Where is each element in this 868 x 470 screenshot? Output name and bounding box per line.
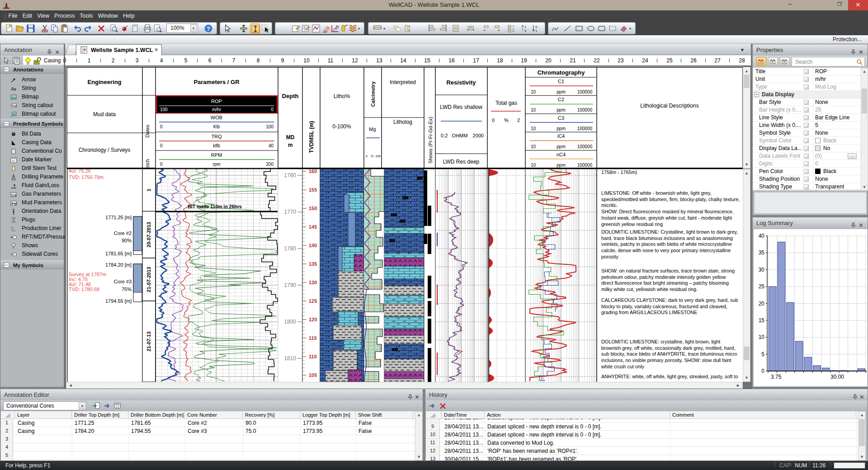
svg-text:Calcimetry: Calcimetry <box>370 81 376 107</box>
svg-text:2: 2 <box>517 118 520 123</box>
svg-text:RPM: RPM <box>211 152 222 158</box>
svg-text:N: N <box>336 24 339 29</box>
svg-text:C1: C1 <box>558 79 564 84</box>
svg-text:75%: 75% <box>122 287 132 292</box>
svg-text:porosity: porosity <box>601 254 618 259</box>
svg-text:DOLOMITIC LIMESTONE: Crystalli: DOLOMITIC LIMESTONE: Crystalline, light … <box>601 229 738 235</box>
svg-text:rpm: rpm <box>212 162 220 167</box>
svg-text:21-07-2013: 21-07-2013 <box>146 267 151 292</box>
svg-text:0: 0 <box>160 143 163 148</box>
svg-text:ppm: ppm <box>557 108 565 113</box>
svg-text:100000: 100000 <box>577 144 593 149</box>
svg-text:0: 0 <box>761 368 764 374</box>
svg-text:145: 145 <box>309 224 317 230</box>
svg-text:100: 100 <box>375 155 381 158</box>
svg-text:Aa: Aa <box>10 86 16 91</box>
svg-text:%: % <box>504 118 509 123</box>
svg-text:1810: 1810 <box>284 355 296 362</box>
svg-text:C2: C2 <box>558 97 564 102</box>
svg-text:25: 25 <box>759 283 765 290</box>
svg-text:blocky to platy, variably calc: blocky to platy, variably calcareous, fr… <box>601 304 727 309</box>
svg-text:Total gas: Total gas <box>495 100 517 106</box>
svg-text:1794.55 [m]: 1794.55 [m] <box>105 298 132 304</box>
svg-text:direct fluorescence fast brigh: direct fluorescence fast bright streamin… <box>601 280 729 286</box>
svg-text:1: 1 <box>535 29 538 33</box>
svg-text:TVDMSL (m): TVDMSL (m) <box>308 121 315 153</box>
svg-text:CALCAREOUS CLAYSTONE: dark to: CALCAREOUS CLAYSTONE: dark to very dark … <box>601 297 738 303</box>
svg-text:ROP: ROP <box>211 99 222 104</box>
svg-text:%: % <box>371 155 373 158</box>
svg-text:DOLOMITIC LIMESTONE: crystalli: DOLOMITIC LIMESTONE: crystalline, light … <box>601 339 720 344</box>
svg-text:OHMM: OHMM <box>452 133 468 138</box>
svg-text:0: 0 <box>366 155 368 158</box>
svg-text:hard, trace black bituminous i: hard, trace black bituminous inclusions … <box>601 235 733 241</box>
svg-text:LIMESTONE: Off white - brownis: LIMESTONE: Off white - brownish white, l… <box>601 190 712 196</box>
svg-text:110: 110 <box>309 354 317 359</box>
svg-text:kflb: kflb <box>213 143 220 148</box>
svg-text:105: 105 <box>309 372 317 378</box>
svg-text:brownish grey, off white, occa: brownish grey, off white, occasionally d… <box>601 345 735 351</box>
svg-text:veinlets, patchy in places wit: veinlets, patchy in places with blebs of… <box>601 241 732 247</box>
svg-text:10: 10 <box>759 334 765 340</box>
svg-text:TVD: 1780.68: TVD: 1780.68 <box>69 287 99 292</box>
svg-text:m/hr: m/hr <box>212 107 222 112</box>
svg-text:Parameters / GR: Parameters / GR <box>193 79 240 85</box>
svg-text:90%: 90% <box>122 238 132 243</box>
svg-text:100000: 100000 <box>577 126 593 131</box>
svg-text:2000: 2000 <box>473 133 484 138</box>
svg-text:Interpreted: Interpreted <box>390 79 416 85</box>
svg-text:21-07-13: 21-07-13 <box>146 331 151 351</box>
svg-text:1771.25 [m]: 1771.25 [m] <box>105 215 132 220</box>
svg-text:petroleum odour, patchy modera: petroleum odour, patchy moderate intensi… <box>601 274 726 280</box>
svg-text:Engineering: Engineering <box>87 79 121 85</box>
svg-text:1: 1 <box>146 188 151 191</box>
svg-text:1760: 1760 <box>284 172 296 179</box>
svg-text:12: 12 <box>12 160 15 162</box>
svg-text:0: 0 <box>160 162 163 167</box>
svg-text:speckled/mottled with bitumen,: speckled/mottled with bitumen, firm, blo… <box>601 197 740 202</box>
svg-text:/: / <box>10 104 12 108</box>
svg-text:calcite, dense with none to ve: calcite, dense with none to very poor pr… <box>601 248 731 253</box>
svg-text:micritic.: micritic. <box>601 202 618 208</box>
svg-text:10: 10 <box>531 89 536 94</box>
svg-text:3.75: 3.75 <box>771 374 782 380</box>
svg-text:100000: 100000 <box>577 163 593 168</box>
svg-text:1790: 1790 <box>284 282 296 288</box>
svg-text:0: 0 <box>492 118 495 123</box>
svg-text:sub blocky, trace blebs of ANH: sub blocky, trace blebs of ANHYDRITE, tr… <box>601 351 737 357</box>
svg-text:1784.20 [m]: 1784.20 [m] <box>105 262 132 268</box>
svg-text:0: 0 <box>160 124 163 129</box>
svg-text:milky white cut, yellowish whi: milky white cut, yellowish white residua… <box>601 287 698 292</box>
svg-text:TVD: 1750.79m: TVD: 1750.79m <box>69 174 104 180</box>
svg-text:0.2: 0.2 <box>441 133 448 138</box>
svg-text:10: 10 <box>531 108 536 113</box>
svg-text:inclusions, no visible primary: inclusions, no visible primary porosity.… <box>601 357 731 363</box>
svg-text:Litholog: Litholog <box>393 119 412 125</box>
svg-text:15: 15 <box>759 317 765 324</box>
svg-text:20-07-2013: 20-07-2013 <box>146 222 151 247</box>
svg-text:10: 10 <box>531 163 536 168</box>
svg-text:1770: 1770 <box>284 209 296 215</box>
svg-text:30: 30 <box>759 267 765 273</box>
svg-text:ppm: ppm <box>557 126 565 131</box>
svg-text:9: 9 <box>524 29 527 33</box>
svg-text:Chromatography: Chromatography <box>538 69 585 76</box>
svg-text:100: 100 <box>160 107 168 112</box>
svg-text:Mg: Mg <box>369 127 376 132</box>
svg-text:130: 130 <box>309 280 317 285</box>
svg-text:BIT made 110m in 26hrs: BIT made 110m in 26hrs <box>188 204 242 209</box>
svg-text:150: 150 <box>309 206 317 211</box>
svg-text:40: 40 <box>269 143 274 148</box>
svg-text:125: 125 <box>309 298 317 304</box>
svg-text:Klb: Klb <box>213 124 220 129</box>
svg-text:m: m <box>288 142 293 148</box>
svg-text:Chronology / Surveys: Chronology / Surveys <box>79 147 131 153</box>
svg-text:Pm: Pm <box>12 201 17 205</box>
svg-text:SHOW: on natural fracture surf: SHOW: on natural fracture surfaces, trac… <box>601 268 735 273</box>
svg-text:Depth: Depth <box>282 93 299 99</box>
svg-text:0: 0 <box>271 107 274 112</box>
svg-text:1780: 1780 <box>284 245 296 252</box>
svg-text:C3: C3 <box>558 115 564 121</box>
svg-text:155: 155 <box>309 187 317 193</box>
svg-text:LWD Res deep: LWD Res deep <box>443 159 480 165</box>
